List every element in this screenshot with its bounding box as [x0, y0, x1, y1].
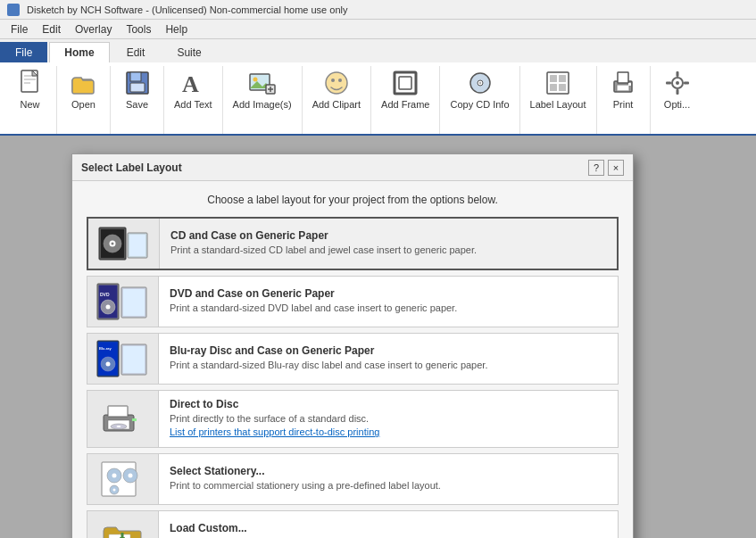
add-clipart-label: Add Clipart [312, 99, 361, 111]
dialog-overlay: Select Label Layout ? × Choose a label l… [0, 136, 756, 538]
svg-rect-20 [399, 77, 411, 89]
dialog-help-button[interactable]: ? [588, 160, 604, 176]
add-frame-icon [391, 69, 420, 97]
stationery-icon [87, 454, 159, 504]
stationery-name: Select Stationery... [170, 465, 607, 477]
add-clipart-icon [322, 69, 351, 97]
add-images-button[interactable]: Add Image(s) [227, 66, 298, 123]
svg-text:A: A [182, 71, 199, 97]
dvd-case-icon: DVD [87, 277, 159, 327]
label-layout-button[interactable]: Label Layout [524, 66, 593, 123]
bluray-icon: Blu-ray [87, 334, 159, 384]
ribbon: New Open Save [0, 62, 756, 136]
cd-case-icon [88, 219, 160, 269]
svg-rect-32 [628, 83, 631, 86]
svg-rect-65 [132, 418, 137, 421]
add-text-button[interactable]: A Add Text [168, 66, 219, 123]
open-label: Open [71, 99, 96, 111]
title-bar-icons [7, 4, 20, 16]
print-button[interactable]: Print [601, 66, 645, 123]
svg-rect-26 [559, 75, 566, 82]
bluray-name: Blu-ray Disc and Case on Generic Paper [170, 344, 607, 357]
cd-case-name: CD and Case on Generic Paper [170, 229, 606, 242]
menu-edit[interactable]: Edit [35, 21, 68, 37]
ribbon-group-options: Opti... [651, 66, 704, 134]
cd-case-desc: Print a standard-sized CD label and jewe… [170, 244, 606, 257]
custom-text: Load Custom... Print using a previously … [159, 511, 618, 538]
svg-point-16 [326, 72, 347, 94]
option-dvd-case[interactable]: DVD DVD and Case on Generic Paper Print … [87, 276, 619, 327]
svg-point-72 [112, 488, 115, 491]
copy-cd-info-button[interactable]: Copy CD Info [444, 66, 515, 123]
label-layout-label: Label Layout [530, 99, 586, 111]
stationery-desc: Print to commercial stationery using a p… [170, 479, 607, 492]
add-frame-button[interactable]: Add Frame [375, 66, 436, 123]
add-images-icon [248, 69, 277, 97]
main-area: Select Label Layout ? × Choose a label l… [0, 136, 756, 538]
svg-point-11 [253, 78, 257, 82]
options-button[interactable]: Opti... [655, 66, 700, 123]
ribbon-group-copycd: Copy CD Info [440, 66, 519, 134]
ribbon-group-save: Save [111, 66, 164, 134]
tab-edit[interactable]: Edit [112, 42, 161, 62]
print-icon [609, 69, 637, 97]
svg-rect-59 [123, 346, 145, 373]
svg-rect-35 [676, 71, 678, 77]
menu-help[interactable]: Help [158, 21, 195, 37]
option-stationery[interactable]: Select Stationery... Print to commercial… [87, 453, 619, 505]
options-label: Opti... [664, 99, 690, 111]
option-custom[interactable]: Load Custom... Print using a previously … [87, 510, 619, 538]
save-button[interactable]: Save [115, 66, 160, 123]
tab-file[interactable]: File [0, 42, 47, 62]
svg-rect-75 [120, 533, 123, 538]
menu-tools[interactable]: Tools [119, 21, 158, 37]
add-text-label: Add Text [174, 99, 212, 111]
svg-point-17 [331, 79, 335, 82]
bluray-desc: Print a standard-sized Blu-ray disc labe… [170, 359, 607, 372]
add-clipart-button[interactable]: Add Clipart [306, 66, 367, 123]
dialog-close-button[interactable]: × [608, 160, 624, 176]
ribbon-group-addimages: Add Image(s) [223, 66, 303, 134]
direct-disc-link[interactable]: List of printers that support direct-to-… [170, 426, 379, 437]
dialog-titlebar-buttons: ? × [588, 160, 624, 176]
add-images-label: Add Image(s) [233, 99, 292, 111]
svg-rect-62 [108, 406, 128, 417]
svg-point-34 [676, 81, 679, 85]
option-cd-case[interactable]: CD and Case on Generic Paper Print a sta… [87, 217, 619, 270]
svg-rect-27 [550, 84, 557, 91]
direct-disc-icon [87, 391, 159, 447]
open-icon [70, 69, 98, 97]
svg-rect-31 [618, 72, 628, 83]
svg-rect-28 [559, 84, 566, 91]
cd-case-text: CD and Case on Generic Paper Print a sta… [160, 219, 617, 269]
dialog-title: Select Label Layout [81, 161, 182, 174]
custom-icon [87, 511, 159, 538]
option-direct-disc[interactable]: Direct to Disc Print directly to the sur… [87, 390, 619, 448]
svg-rect-19 [395, 72, 416, 94]
dvd-case-text: DVD and Case on Generic Paper Print a st… [159, 277, 618, 327]
ribbon-group-new: New [4, 66, 57, 134]
new-icon [16, 69, 45, 97]
ribbon-group-labellayout: Label Layout [520, 66, 597, 134]
ribbon-group-addtext: A Add Text [164, 66, 223, 134]
svg-point-64 [116, 426, 120, 427]
tab-suite[interactable]: Suite [162, 42, 216, 62]
svg-point-18 [338, 79, 342, 82]
copy-cd-label: Copy CD Info [450, 99, 509, 111]
ribbon-group-addframe: Add Frame [371, 66, 440, 134]
svg-point-43 [111, 243, 113, 245]
menu-file[interactable]: File [4, 21, 35, 37]
svg-rect-45 [129, 235, 145, 256]
new-button[interactable]: New [8, 66, 53, 123]
menu-overlay[interactable]: Overlay [68, 21, 119, 37]
option-bluray[interactable]: Blu-ray Blu-ray Disc and Case on Generic… [87, 333, 619, 385]
svg-point-57 [105, 362, 110, 367]
svg-point-70 [128, 473, 132, 477]
open-button[interactable]: Open [62, 66, 106, 123]
menu-bar: File Edit Overlay Tools Help [0, 20, 756, 39]
direct-disc-desc: Print directly to the surface of a stand… [170, 412, 607, 440]
title-bar: Disketch by NCH Software - (Unlicensed) … [0, 0, 756, 20]
stationery-text: Select Stationery... Print to commercial… [159, 454, 618, 504]
tab-home[interactable]: Home [49, 42, 109, 62]
svg-rect-73 [109, 534, 130, 538]
